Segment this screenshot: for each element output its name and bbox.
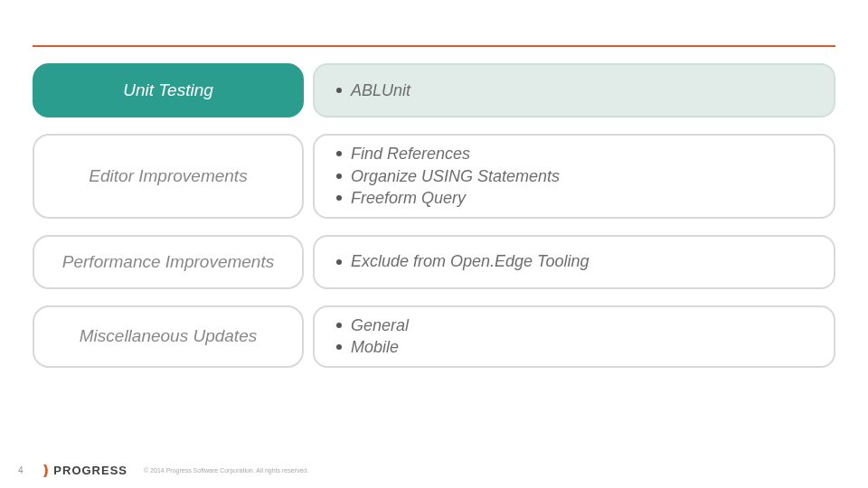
item-text: Exclude from Open.Edge Tooling [351,251,590,272]
top-spacer [0,0,868,45]
content-grid: Unit Testing ABLUnit Editor Improvements… [33,63,835,425]
list-item: Freeform Query [336,187,812,210]
page-number: 4 [18,465,27,475]
category-unit-testing: Unit Testing [33,63,304,117]
slide: Unit Testing ABLUnit Editor Improvements… [0,0,868,488]
row-performance-improvements: Performance Improvements Exclude from Op… [33,235,835,289]
copyright-text: © 2014 Progress Software Corporation. Al… [144,467,308,474]
row-miscellaneous-updates: Miscellaneous Updates General Mobile [33,305,835,368]
list-item: General [336,314,812,337]
category-label: Miscellaneous Updates [80,325,257,347]
item-text: Freeform Query [351,188,466,209]
item-text: Find References [351,144,470,164]
header-rule [33,45,835,47]
chevron-icon: )) [43,463,44,477]
category-label: Performance Improvements [62,251,274,273]
item-text: Organize USING Statements [351,166,560,187]
bullet-icon [336,323,342,328]
list-item: Organize USING Statements [336,165,812,188]
category-miscellaneous-updates: Miscellaneous Updates [33,305,304,368]
category-performance-improvements: Performance Improvements [33,235,304,289]
footer: 4 )) PROGRESS © 2014 Progress Software C… [0,463,868,477]
row-editor-improvements: Editor Improvements Find References Orga… [33,134,835,219]
bullet-icon [336,88,342,93]
category-label: Unit Testing [123,80,213,101]
items-editor-improvements: Find References Organize USING Statement… [313,134,835,219]
row-unit-testing: Unit Testing ABLUnit [33,63,835,117]
list-item: ABLUnit [336,80,812,102]
list-item: Find References [336,143,812,165]
item-text: ABLUnit [351,80,410,101]
bullet-icon [336,259,342,265]
bullet-icon [336,174,342,179]
category-label: Editor Improvements [89,165,247,187]
category-editor-improvements: Editor Improvements [33,134,304,219]
items-performance-improvements: Exclude from Open.Edge Tooling [313,235,835,289]
items-miscellaneous-updates: General Mobile [313,305,835,368]
progress-logo: )) PROGRESS [43,463,127,477]
list-item: Exclude from Open.Edge Tooling [336,250,812,273]
list-item: Mobile [336,336,812,359]
logo-text: PROGRESS [53,464,127,477]
item-text: Mobile [351,337,399,358]
items-unit-testing: ABLUnit [313,63,835,117]
bullet-icon [336,151,342,156]
item-text: General [351,315,409,336]
bullet-icon [336,195,342,201]
bullet-icon [336,344,342,350]
